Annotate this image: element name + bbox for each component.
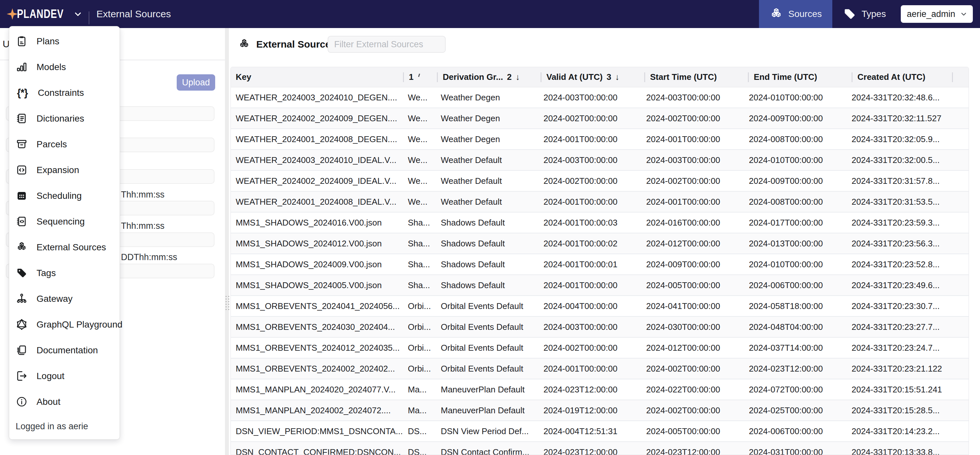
menu-item-models[interactable]: Models: [9, 54, 120, 80]
menu-item-external-sources[interactable]: External Sources: [9, 234, 120, 260]
column-header-end-time[interactable]: End Time (UTC): [749, 72, 851, 82]
cell-end-time: 2024-008T00:00:00: [744, 197, 847, 207]
cell-start-time: 2024-001T00:00:00: [641, 134, 744, 145]
cell-start-time: 2024-003T00:00:00: [641, 92, 744, 103]
menu-item-about[interactable]: About: [9, 389, 120, 415]
menu-item-label: Gateway: [37, 294, 73, 304]
cell-source-type: DS...: [403, 447, 436, 455]
cell-key: WEATHER_2024003_2024010_DEGEN....: [231, 92, 403, 103]
logout-icon: [16, 370, 28, 382]
app-window: PLANDEV External Sources Sources Types a…: [0, 0, 980, 455]
cell-start-time: 2024-022T00:00:00: [641, 385, 744, 395]
field-hint-fragment: Thh:mm:ss: [121, 190, 165, 200]
cell-valid-at: 2024-001T00:00:00: [539, 197, 641, 207]
cell-valid-at: 2024-023T12:00:00: [539, 385, 641, 395]
menu-item-expansion[interactable]: Expansion: [9, 157, 120, 183]
top-bar-left: PLANDEV External Sources: [0, 0, 759, 28]
column-header-key[interactable]: Key: [231, 72, 403, 82]
upload-button[interactable]: Upload: [177, 74, 215, 91]
menu-item-gateway[interactable]: Gateway: [9, 286, 120, 312]
cell-source-type: We...: [403, 134, 436, 145]
cell-source-type: We...: [403, 176, 436, 186]
cell-source-type: Ma...: [403, 406, 436, 415]
cell-valid-at: 2024-004T00:00:00: [539, 301, 641, 311]
chevron-down-icon[interactable]: [73, 9, 83, 19]
user-role-select[interactable]: aerie_admin: [901, 5, 973, 23]
table-row[interactable]: MMS1_ORBEVENTS_2024041_2024056... Orbi..…: [231, 296, 969, 317]
table-row[interactable]: WEATHER_2024001_2024008_IDEAL.V... We...…: [231, 192, 969, 213]
cell-valid-at: 2024-002T00:00:00: [539, 176, 641, 186]
cell-source-type: Sha...: [403, 259, 436, 270]
cell-valid-at: 2024-001T00:00:00: [539, 280, 641, 290]
table-row[interactable]: MMS1_SHADOWS_2024009.V00.json Sha... Sha…: [231, 254, 969, 275]
table-row[interactable]: MMS1_ORBEVENTS_2024002_202402... Orbi...…: [231, 358, 969, 379]
cell-end-time: 2024-037T14:00:00: [744, 343, 847, 353]
menu-item-scheduling[interactable]: Scheduling: [9, 183, 120, 208]
cell-end-time: 2024-072T00:00:00: [744, 385, 847, 395]
cell-key: MMS1_SHADOWS_2024009.V00.json: [231, 259, 403, 270]
menu-item-parcels[interactable]: Parcels: [9, 131, 120, 157]
top-bar-right: Sources Types aerie_admin: [759, 0, 980, 28]
table-row[interactable]: MMS1_ORBEVENTS_2024030_202404... Orbi...…: [231, 317, 969, 338]
table-row[interactable]: DSN_VIEW_PERIOD:MMS1_DSNCONTA... DS... D…: [231, 421, 969, 442]
table-row[interactable]: MMS1_MANPLAN_2024002_2024072.... Ma... M…: [231, 400, 969, 421]
menu-item-tags[interactable]: Tags: [9, 260, 120, 286]
cell-derivation-group: Shadows Default: [436, 259, 539, 270]
cell-end-time: 2024-008T00:00:00: [744, 134, 847, 145]
table-row[interactable]: MMS1_SHADOWS_2024016.V00.json Sha... Sha…: [231, 213, 969, 233]
menu-item-dictionaries[interactable]: Dictionaries: [9, 106, 120, 131]
cell-source-type: Orbi...: [403, 301, 436, 311]
nav-types-button[interactable]: Types: [832, 0, 897, 28]
table-header-row: Key 1 Derivation Gr... 2 ↓ Valid At (UTC…: [231, 67, 969, 88]
app-logo[interactable]: PLANDEV: [17, 7, 64, 21]
menu-item-graphql-playground[interactable]: GraphQL Playground: [9, 312, 120, 337]
table-row[interactable]: WEATHER_2024003_2024010_IDEAL.V... We...…: [231, 150, 969, 171]
cell-end-time: 2024-009T00:00:00: [744, 113, 847, 124]
nav-sources-button[interactable]: Sources: [759, 0, 832, 28]
cell-key: WEATHER_2024002_2024009_IDEAL.V...: [231, 176, 403, 186]
menu-item-constraints[interactable]: {*} Constraints: [9, 80, 120, 106]
table-row[interactable]: WEATHER_2024002_2024009_IDEAL.V... We...…: [231, 171, 969, 192]
table-row[interactable]: MMS1_MANPLAN_2024020_2024077.V... Ma... …: [231, 379, 969, 400]
cubes-icon: [238, 38, 250, 51]
drag-dots-icon: [226, 296, 228, 310]
cell-source-type: Sha...: [403, 239, 436, 249]
bar-chart-icon: [16, 61, 28, 73]
panel-resize-handle[interactable]: [225, 28, 229, 455]
column-header-start-time[interactable]: Start Time (UTC): [645, 72, 748, 82]
menu-item-label: Scheduling: [37, 191, 82, 201]
column-header-source-type[interactable]: 1: [404, 72, 437, 82]
table-row[interactable]: MMS1_SHADOWS_2024012.V00.json Sha... Sha…: [231, 233, 969, 254]
menu-item-plans[interactable]: Plans: [9, 29, 120, 54]
cell-key: MMS1_SHADOWS_2024012.V00.json: [231, 239, 403, 249]
menu-item-label: Constraints: [38, 88, 84, 98]
cell-source-type: Orbi...: [403, 364, 436, 374]
menu-item-logout[interactable]: Logout: [9, 363, 120, 389]
cell-derivation-group: ManeuverPlan Default: [436, 406, 539, 415]
code-square-icon: [16, 164, 28, 176]
filter-input[interactable]: [328, 36, 445, 53]
table-row[interactable]: WEATHER_2024002_2024009_DEGEN.... We... …: [231, 108, 969, 129]
cell-source-type: Sha...: [403, 218, 436, 228]
sort-order-badge: 1: [409, 72, 414, 82]
table-row[interactable]: MMS1_ORBEVENTS_2024012_2024035... Orbi..…: [231, 338, 969, 358]
table-row[interactable]: DSN_CONTACT_CONFIRMED:DSNCON... DS... DS…: [231, 442, 969, 455]
cell-derivation-group: Weather Default: [436, 155, 539, 165]
table-row[interactable]: WEATHER_2024001_2024008_DEGEN.... We... …: [231, 129, 969, 150]
menu-item-label: GraphQL Playground: [37, 320, 123, 330]
menu-item-label: About: [37, 397, 60, 407]
notebook-code-icon: [16, 215, 28, 228]
cell-derivation-group: Shadows Default: [436, 218, 539, 228]
menu-item-sequencing[interactable]: Sequencing: [9, 208, 120, 234]
column-header-valid-at[interactable]: Valid At (UTC) 3 ↓: [541, 72, 644, 82]
cell-end-time: 2024-048T04:00:00: [744, 322, 847, 332]
external-sources-table: Key 1 Derivation Gr... 2 ↓ Valid At (UTC…: [231, 67, 969, 455]
column-header-created-at[interactable]: Created At (UTC): [853, 72, 952, 82]
cell-created-at: 2024-331T20:23:21.122: [847, 364, 946, 374]
table-row[interactable]: MMS1_SHADOWS_2024005.V00.json Sha... Sha…: [231, 275, 969, 296]
table-row[interactable]: WEATHER_2024003_2024010_DEGEN.... We... …: [231, 88, 969, 108]
cell-derivation-group: Shadows Default: [436, 280, 539, 290]
column-header-derivation-group[interactable]: Derivation Gr... 2 ↓: [438, 72, 541, 82]
menu-item-label: Sequencing: [37, 216, 85, 227]
menu-item-documentation[interactable]: Documentation: [9, 337, 120, 363]
